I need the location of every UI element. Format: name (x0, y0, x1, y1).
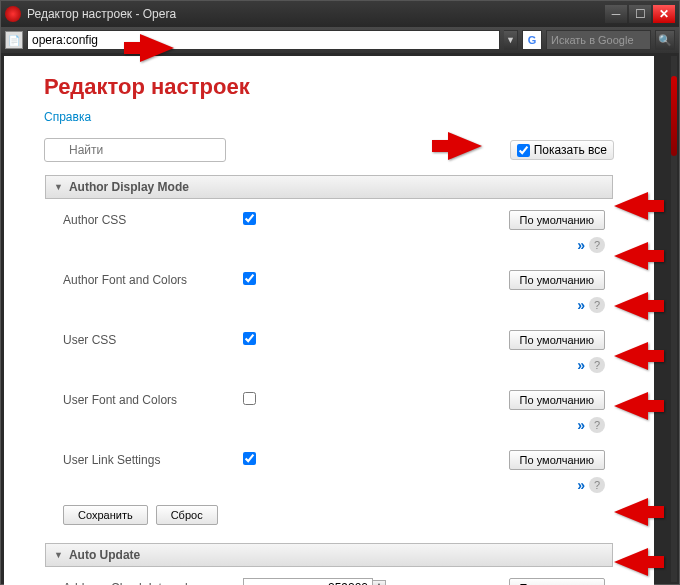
scrollbar-thumb[interactable] (671, 76, 677, 156)
default-button[interactable]: По умолчанию (509, 210, 605, 230)
setting-label: Add-ons Check Interval (53, 581, 243, 585)
annotation-arrow-icon (614, 342, 648, 370)
browser-search-button[interactable]: 🔍 (655, 30, 675, 50)
annotation-arrow-icon (614, 498, 648, 526)
link-marker-icon[interactable]: » (577, 357, 585, 373)
url-dropdown-button[interactable]: ▼ (504, 30, 518, 50)
annotation-arrow-icon (614, 548, 648, 576)
setting-row: Author Font and Colors По умолчанию (45, 259, 613, 301)
show-all-label: Показать все (534, 143, 607, 157)
setting-label: User Link Settings (53, 453, 243, 467)
section-title: Auto Update (69, 548, 140, 562)
page-content: Редактор настроек Справка 🔍 Показать все… (4, 56, 654, 585)
setting-checkbox[interactable] (243, 332, 256, 345)
help-icon[interactable]: ? (589, 417, 605, 433)
setting-sub-row: » ? (45, 237, 613, 259)
annotation-arrow-icon (614, 242, 648, 270)
setting-row: User CSS По умолчанию (45, 319, 613, 361)
google-icon[interactable]: G (522, 30, 542, 50)
setting-label: Author CSS (53, 213, 243, 227)
close-button[interactable]: ✕ (653, 5, 675, 23)
setting-checkbox[interactable] (243, 272, 256, 285)
save-button[interactable]: Сохранить (63, 505, 148, 525)
find-input[interactable] (44, 138, 226, 162)
section-author-display-mode: ▼ Author Display Mode Author CSS По умол… (44, 174, 614, 532)
opera-logo-icon (5, 6, 21, 22)
link-marker-icon[interactable]: » (577, 417, 585, 433)
setting-checkbox[interactable] (243, 212, 256, 225)
setting-row: Author CSS По умолчанию (45, 199, 613, 241)
help-link[interactable]: Справка (44, 110, 644, 124)
annotation-arrow-icon (448, 132, 482, 160)
default-button[interactable]: По умолчанию (509, 330, 605, 350)
setting-sub-row: » ? (45, 357, 613, 379)
annotation-arrow-icon (614, 392, 648, 420)
setting-sub-row: » ? (45, 417, 613, 439)
annotation-arrow-icon (614, 192, 648, 220)
reset-button[interactable]: Сброс (156, 505, 218, 525)
setting-sub-row: » ? (45, 297, 613, 319)
browser-search-input[interactable]: Искать в Google (546, 30, 651, 50)
help-icon[interactable]: ? (589, 477, 605, 493)
link-marker-icon[interactable]: » (577, 477, 585, 493)
default-button[interactable]: По умолчанию (509, 270, 605, 290)
default-button[interactable]: По умолчанию (509, 578, 605, 585)
setting-label: User CSS (53, 333, 243, 347)
maximize-button[interactable]: ☐ (629, 5, 651, 23)
setting-checkbox[interactable] (243, 392, 256, 405)
setting-label: Author Font and Colors (53, 273, 243, 287)
setting-row: User Link Settings По умолчанию (45, 439, 613, 481)
link-marker-icon[interactable]: » (577, 297, 585, 313)
section-header[interactable]: ▼ Author Display Mode (45, 175, 613, 199)
help-icon[interactable]: ? (589, 357, 605, 373)
setting-row: User Font and Colors По умолчанию (45, 379, 613, 421)
help-icon[interactable]: ? (589, 237, 605, 253)
show-all-checkbox-input[interactable] (517, 144, 530, 157)
show-all-checkbox[interactable]: Показать все (510, 140, 614, 160)
setting-checkbox[interactable] (243, 452, 256, 465)
minimize-button[interactable]: ─ (605, 5, 627, 23)
default-button[interactable]: По умолчанию (509, 450, 605, 470)
help-icon[interactable]: ? (589, 297, 605, 313)
section-title: Author Display Mode (69, 180, 189, 194)
section-header[interactable]: ▼ Auto Update (45, 543, 613, 567)
titlebar: Редактор настроек - Opera ─ ☐ ✕ (1, 1, 679, 27)
number-input[interactable] (243, 578, 373, 585)
toolbar: 📄 opera:config ▼ G Искать в Google 🔍 (1, 27, 679, 53)
page-title: Редактор настроек (44, 74, 644, 100)
collapse-icon: ▼ (54, 182, 63, 192)
stepper[interactable]: ▲▼ (372, 580, 386, 585)
section-buttons: Сохранить Сброс (45, 499, 613, 531)
page-icon[interactable]: 📄 (5, 31, 23, 49)
collapse-icon: ▼ (54, 550, 63, 560)
step-up-icon[interactable]: ▲ (372, 580, 386, 585)
section-auto-update: ▼ Auto Update Add-ons Check Interval ▲▼ … (44, 542, 614, 585)
default-button[interactable]: По умолчанию (509, 390, 605, 410)
annotation-arrow-icon (140, 34, 174, 62)
browser-window: Редактор настроек - Opera ─ ☐ ✕ 📄 opera:… (0, 0, 680, 585)
find-bar: 🔍 Показать все (44, 138, 614, 162)
url-input[interactable]: opera:config (27, 30, 500, 50)
window-title: Редактор настроек - Opera (27, 7, 603, 21)
link-marker-icon[interactable]: » (577, 237, 585, 253)
setting-sub-row: » ? (45, 477, 613, 499)
scrollbar[interactable] (671, 56, 677, 582)
annotation-arrow-icon (614, 292, 648, 320)
setting-label: User Font and Colors (53, 393, 243, 407)
setting-row: Add-ons Check Interval ▲▼ По умолчанию (45, 567, 613, 585)
